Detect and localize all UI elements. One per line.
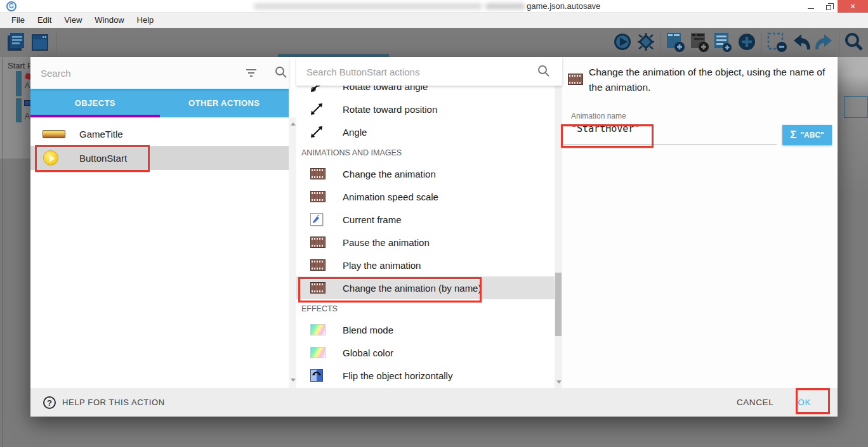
minimize-icon — [808, 8, 814, 9]
action-row[interactable]: Play the animation — [296, 254, 555, 276]
active-tab-underline — [30, 115, 160, 117]
redacted-title-path — [485, 3, 525, 10]
action-row[interactable]: Rotate toward angle — [296, 86, 555, 98]
title-bar: G game.json.autosave ✕ — [0, 0, 868, 13]
close-icon: ✕ — [850, 3, 855, 11]
action-row[interactable]: Blend mode — [296, 318, 555, 341]
film-strip-icon — [310, 259, 326, 271]
redacted-title-path — [254, 3, 482, 10]
preview-play-icon[interactable] — [613, 32, 632, 55]
add-icon[interactable] — [737, 32, 757, 55]
scrollbar-thumb[interactable] — [555, 273, 562, 336]
object-row-buttonstart[interactable]: ButtonStart — [30, 146, 289, 170]
restore-icon — [826, 5, 831, 10]
animation-name-field[interactable] — [571, 123, 777, 134]
action-row[interactable]: Global color — [296, 341, 555, 364]
objects-scrollbar[interactable] — [289, 117, 296, 388]
event-letter: A — [25, 112, 30, 120]
film-strip-icon — [310, 168, 326, 179]
action-row[interactable]: Pause the animation — [296, 231, 555, 254]
toolbar-separator — [56, 32, 56, 53]
action-row[interactable]: Angle — [296, 120, 555, 143]
debug-bug-icon[interactable] — [636, 32, 655, 55]
actions-search-bar — [296, 57, 562, 86]
scroll-down-icon[interactable] — [556, 380, 562, 384]
search-icon[interactable] — [844, 32, 864, 56]
remove-instance-icon[interactable] — [766, 32, 788, 56]
rainbow-blend-icon — [310, 324, 326, 335]
action-row-selected[interactable]: Change the animation (by name) — [296, 276, 555, 299]
objects-panel: OBJECTS OTHER ACTIONS GameTitle ButtonSt… — [30, 57, 289, 388]
search-icon[interactable] — [275, 66, 287, 79]
gdevelop-window: G game.json.autosave ✕ File Edit View Wi… — [0, 0, 868, 447]
rotate-arrows-icon — [310, 103, 323, 115]
menu-help[interactable]: Help — [131, 13, 161, 28]
gdevelop-logo-icon: G — [6, 1, 16, 11]
objects-search-input[interactable] — [41, 65, 231, 81]
field-underline — [563, 145, 777, 145]
close-button[interactable]: ✕ — [838, 0, 868, 13]
dialog-footer: ? HELP FOR THIS ACTION CANCEL OK — [30, 388, 838, 417]
ok-button[interactable]: OK — [798, 398, 811, 407]
redo-icon[interactable] — [814, 32, 834, 56]
film-strip-icon — [310, 191, 326, 202]
animation-name-label: Animation name — [571, 112, 626, 120]
tab-objects[interactable]: OBJECTS — [30, 89, 160, 117]
action-row[interactable]: Animation speed scale — [296, 185, 555, 208]
actions-search-input[interactable] — [306, 64, 516, 79]
add-events-icon[interactable] — [713, 32, 733, 56]
cancel-button[interactable]: CANCEL — [737, 398, 773, 407]
dimmed-field-outline — [844, 96, 868, 118]
rotate-arrows-icon — [310, 86, 323, 93]
menu-view[interactable]: View — [58, 13, 88, 28]
filter-icon[interactable] — [245, 67, 258, 79]
action-row[interactable]: Current frame — [296, 208, 555, 231]
gametitle-sprite-icon — [43, 130, 65, 138]
event-block-bar — [16, 71, 22, 96]
objects-search-bar — [30, 57, 289, 89]
search-icon[interactable] — [537, 65, 550, 77]
objects-list: GameTitle ButtonStart — [30, 122, 289, 170]
scroll-down-icon[interactable] — [291, 379, 296, 382]
tab-other-actions[interactable]: OTHER ACTIONS — [160, 89, 289, 117]
action-row[interactable]: Change the animation — [296, 162, 555, 185]
panel-edge — [3, 57, 3, 447]
actions-panel: Rotate toward angle Rotate toward positi… — [296, 57, 562, 388]
actions-section-header: EFFECTS — [296, 299, 555, 318]
events-editor-background — [0, 57, 30, 159]
events-tab-label: Start P — [8, 61, 30, 70]
action-editor-dialog: OBJECTS OTHER ACTIONS GameTitle ButtonSt… — [30, 57, 838, 417]
flip-horizontal-icon — [310, 369, 323, 382]
help-button[interactable]: ? HELP FOR THIS ACTION — [43, 396, 165, 409]
actions-scrollbar[interactable] — [555, 80, 562, 388]
action-detail-panel: Change the animation of the object, usin… — [562, 57, 838, 388]
add-object-icon[interactable] — [666, 32, 686, 56]
toolbar-separator — [661, 32, 661, 53]
menu-bar: File Edit View Window Help — [0, 13, 868, 28]
action-row[interactable]: Flip the object horizontally — [296, 364, 555, 387]
expression-editor-button[interactable]: Σ "ABC" — [782, 125, 832, 145]
restore-button[interactable] — [820, 0, 838, 13]
add-external-events-icon[interactable] — [690, 32, 710, 56]
event-letter: A — [25, 81, 30, 90]
frame-editor-icon — [310, 213, 323, 226]
objects-tabs: OBJECTS OTHER ACTIONS — [30, 89, 289, 117]
menu-edit[interactable]: Edit — [31, 13, 58, 28]
event-block-bar — [16, 98, 22, 122]
undo-icon[interactable] — [791, 32, 812, 56]
project-manager-icon[interactable] — [6, 32, 25, 56]
object-row-gametitle[interactable]: GameTitle — [30, 122, 289, 146]
rotate-arrows-icon — [310, 126, 323, 138]
scroll-up-icon[interactable] — [291, 122, 296, 126]
scene-window-icon[interactable] — [30, 32, 49, 56]
minimize-button[interactable] — [802, 0, 820, 13]
window-title: game.json.autosave — [527, 1, 600, 11]
film-strip-icon — [310, 236, 326, 248]
action-row[interactable]: Rotate toward position — [296, 98, 555, 120]
footer-actions: CANCEL OK — [737, 398, 811, 407]
menu-window[interactable]: Window — [88, 13, 130, 28]
film-strip-icon — [310, 282, 326, 294]
play-button-sprite-icon — [43, 150, 58, 165]
menu-file[interactable]: File — [5, 13, 31, 28]
rainbow-blend-icon — [310, 347, 326, 358]
